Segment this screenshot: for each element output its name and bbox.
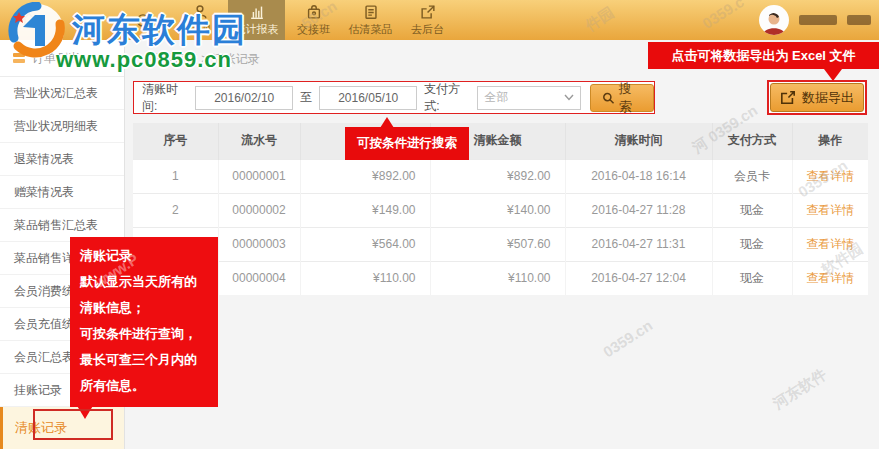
clipboard-icon [362,3,380,21]
table-row-3: 400000004¥110.00¥110.002016-04-27 12:04现… [133,261,868,295]
table-cell: ¥507.60 [430,227,565,261]
wallet-icon [77,11,95,29]
table-cell: ¥149.00 [300,193,430,227]
sidebar-item-1[interactable]: 营业状况明细表 [0,110,124,143]
sidebar-header-label: 订单列表 [32,50,80,67]
sidebar-item-3[interactable]: 赠菜情况表 [0,176,124,209]
payment-method-value: 全部 [484,89,508,106]
table-cell: ¥140.00 [430,193,565,227]
logout-link[interactable] [847,15,871,25]
bar-chart-icon [248,3,266,21]
payment-method-label: 支付方式: [424,81,470,115]
table-cell: 现金 [712,227,792,261]
table-cell: ¥892.00 [300,159,430,193]
table-cell: 2016-04-27 11:31 [565,227,712,261]
table-cell: 00000001 [218,159,300,193]
nav-item-0[interactable] [0,0,57,40]
nav-item-6[interactable]: 估清菜品 [342,0,399,40]
tooltip-line: 清账信息； [80,295,208,321]
table-cell: 2016-04-27 12:04 [565,261,712,295]
table-cell: 2016-04-27 11:28 [565,193,712,227]
app-window: 管理统计报表交接班估清菜品去后台 订单列表 营业状况汇总表营业状况明细表退菜情况… [0,0,879,449]
search-button[interactable]: 搜索 [590,84,654,112]
nav-item-label: 去后台 [411,22,444,37]
tooltip-line: 所有信息。 [80,373,208,399]
table-row-1: 200000002¥149.00¥140.002016-04-27 11:28现… [133,193,868,227]
history-icon [134,11,152,29]
sidebar-tooltip: 清账记录默认显示当天所有的清账信息；可按条件进行查询，最长可查三个月内的所有信息… [70,237,218,407]
nav-item-3[interactable]: 管理 [171,0,228,40]
export-annotation-box: 数据导出 [767,80,867,115]
export-data-button[interactable]: 数据导出 [770,83,864,112]
sidebar-item-2[interactable]: 退菜情况表 [0,143,124,176]
tooltip-line: 默认显示当天所有的 [80,269,208,295]
nav-item-5[interactable]: 交接班 [285,0,342,40]
nav-item-2[interactable] [114,0,171,40]
view-detail-link[interactable]: 查看详情 [792,261,868,295]
nav-item-label: 估清菜品 [349,22,393,37]
nav-item-7[interactable]: 去后台 [399,0,456,40]
external-link-icon [419,3,437,21]
table-cell: 1 [133,159,218,193]
view-detail-link[interactable]: 查看详情 [792,193,868,227]
payment-method-select[interactable]: 全部 [477,86,581,110]
table-header-cell: 清账时间 [565,123,712,159]
user-avatar[interactable] [759,5,789,35]
settle-time-label: 清账时间: [142,81,188,115]
to-label: 至 [300,89,312,106]
date-from-input[interactable] [195,86,293,110]
table-header-cell: 操作 [792,123,868,159]
view-detail-link[interactable]: 查看详情 [792,159,868,193]
table-header-row: 序号流水号清账金额清账时间支付方式操作 [133,123,868,159]
nav-item-label: 管理 [189,22,211,37]
nav-item-label: 交接班 [297,22,330,37]
table-cell: 2016-04-18 16:14 [565,159,712,193]
records-table-wrap: 序号流水号清账金额清账时间支付方式操作 100000001¥892.00¥892… [133,123,868,295]
breadcrumb: 统计报表 > 清账记录 [150,51,260,68]
filter-bar: 清账时间: 至 支付方式: 全部 搜索 [133,81,655,114]
watermark-fragment: 0359.cn [600,316,655,360]
watermark-fragment: 河东软件 [770,365,831,414]
sidebar-header: 订单列表 [0,40,124,77]
nav-item-label: 统计报表 [235,22,279,37]
table-cell: 00000003 [218,227,300,261]
user-name[interactable] [799,15,837,25]
nav-item-1[interactable] [57,0,114,40]
table-cell: 现金 [712,193,792,227]
export-icon [780,90,796,105]
date-to-input[interactable] [319,86,417,110]
table-body: 100000001¥892.00¥892.002016-04-18 16:14会… [133,159,868,295]
table-header-cell: 支付方式 [712,123,792,159]
search-icon [602,91,614,105]
home-icon [20,11,38,29]
top-nav: 管理统计报表交接班估清菜品去后台 [0,0,879,40]
search-callout-arrow [380,117,394,128]
export-callout: 点击可将数据导出为 Excel 文件 [648,42,879,69]
user-icon [191,3,209,21]
table-cell: 2 [133,193,218,227]
top-nav-items: 管理统计报表交接班估清菜品去后台 [0,0,456,40]
nav-item-4[interactable]: 统计报表 [228,0,285,40]
view-detail-link[interactable]: 查看详情 [792,227,868,261]
table-row-0: 100000001¥892.00¥892.002016-04-18 16:14会… [133,159,868,193]
table-header-cell: 序号 [133,123,218,159]
search-callout: 可按条件进行搜索 [345,127,469,160]
selected-item-annotation [33,409,113,440]
chevron-down-icon [564,94,574,101]
table-cell: ¥110.00 [300,261,430,295]
tooltip-line: 可按条件进行查询， [80,321,208,347]
records-table: 序号流水号清账金额清账时间支付方式操作 100000001¥892.00¥892… [133,123,868,295]
export-callout-arrow [824,69,842,81]
sidebar-item-0[interactable]: 营业状况汇总表 [0,77,124,110]
table-cell: ¥892.00 [430,159,565,193]
table-cell: ¥110.00 [430,261,565,295]
table-cell: 现金 [712,261,792,295]
table-row-2: 300000003¥564.00¥507.602016-04-27 11:31现… [133,227,868,261]
table-cell: 00000004 [218,261,300,295]
table-header-cell: 流水号 [218,123,300,159]
user-area [759,0,871,40]
export-data-label: 数据导出 [802,89,854,107]
search-button-label: 搜索 [619,80,642,116]
list-icon [12,51,26,65]
tooltip-line: 最长可查三个月内的 [80,347,208,373]
